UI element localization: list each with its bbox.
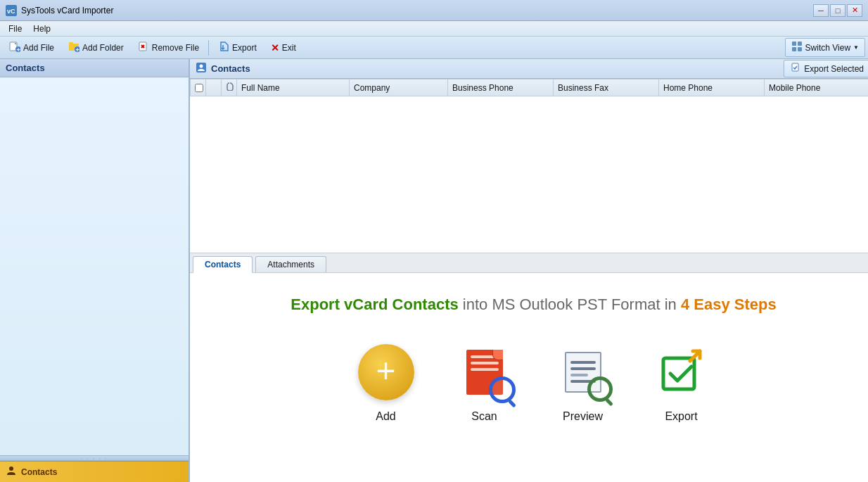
remove-file-label: Remove File: [152, 43, 199, 53]
left-panel-content: [0, 77, 189, 455]
scan-line-1: [471, 355, 499, 358]
switch-view-icon: [791, 41, 803, 54]
col-header-attach: [222, 80, 237, 96]
right-panel-title: Contacts: [196, 62, 250, 75]
add-folder-label: Add Folder: [82, 43, 124, 53]
switch-view-dropdown-icon: ▼: [853, 44, 859, 51]
select-all-checkbox[interactable]: [195, 84, 203, 92]
title-bar-left: vC SysTools vCard Importer: [6, 5, 113, 16]
menu-file[interactable]: File: [3, 23, 27, 35]
col-header-bizphone: Business Phone: [448, 80, 554, 96]
toolbar: + Add File + Add Folder: [0, 37, 868, 59]
title-bar-title: SysTools vCard Importer: [21, 6, 113, 15]
step-add: Add: [358, 344, 414, 423]
close-button[interactable]: ✕: [847, 4, 862, 17]
step-preview-label: Preview: [563, 410, 603, 423]
remove-file-icon: [138, 41, 149, 54]
svg-marker-13: [221, 42, 228, 51]
right-panel-header: Contacts Export Selected: [190, 59, 868, 79]
col-header-icon: [206, 80, 222, 96]
tab-attachments[interactable]: Attachments: [255, 256, 326, 272]
menu-help[interactable]: Help: [27, 23, 56, 35]
step-add-label: Add: [376, 410, 395, 423]
left-footer-icon: [6, 465, 17, 478]
col-header-bizfax: Business Fax: [554, 80, 659, 96]
scan-line-3: [471, 368, 499, 371]
switch-view-button[interactable]: Switch View ▼: [785, 38, 865, 57]
left-panel-resize-handle[interactable]: [0, 455, 189, 461]
add-folder-button[interactable]: + Add Folder: [62, 38, 130, 57]
step-export: Export: [653, 344, 710, 423]
table-header-row: ▼ Full Name Company Business Phone Bus: [191, 80, 869, 96]
toolbar-left: + Add File + Add Folder: [3, 38, 302, 57]
remove-file-button[interactable]: Remove File: [132, 38, 205, 57]
export-toolbar-icon: [218, 41, 229, 54]
col-header-company: Company: [350, 80, 448, 96]
left-panel-header: Contacts: [0, 59, 189, 77]
exit-icon: ✕: [271, 42, 279, 53]
welcome-text-steps: 4 Easy Steps: [681, 296, 777, 313]
welcome-panel: Export vCard Contacts into MS Outlook PS…: [190, 273, 868, 482]
svg-rect-22: [792, 63, 798, 71]
preview-line-1: [570, 361, 596, 364]
col-header-mobilephone: Mobile Phone: [765, 80, 869, 96]
svg-rect-7: [69, 42, 73, 45]
title-bar: vC SysTools vCard Importer ─ □ ✕: [0, 0, 868, 21]
svg-text:vC: vC: [7, 8, 15, 15]
main-content: Contacts Contacts: [0, 59, 868, 482]
step-scan-label: Scan: [471, 410, 497, 423]
col-header-check: ▼: [191, 80, 206, 96]
contacts-header-icon: [196, 62, 207, 75]
export-selected-button[interactable]: Export Selected: [784, 60, 868, 77]
svg-text:+: +: [17, 46, 20, 53]
exit-label: Exit: [282, 43, 296, 53]
export-button[interactable]: Export: [212, 38, 263, 57]
step-export-icon: [653, 344, 710, 400]
preview-line-2: [570, 367, 596, 370]
step-preview-icon: [555, 344, 611, 400]
bottom-tabs-bar: Contacts Attachments: [190, 253, 868, 273]
welcome-text: Export vCard Contacts into MS Outlook PS…: [291, 294, 776, 316]
left-panel-footer: Contacts: [0, 461, 189, 482]
maximize-button[interactable]: □: [830, 4, 845, 17]
svg-point-19: [9, 467, 13, 471]
contacts-table-area: ▼ Full Name Company Business Phone Bus: [190, 79, 868, 253]
scan-line-2: [471, 362, 499, 364]
add-file-button[interactable]: + Add File: [3, 38, 60, 57]
scan-magnifier-icon: [489, 376, 516, 403]
switch-view-label: Switch View: [805, 43, 850, 53]
add-folder-icon: +: [68, 41, 79, 54]
col-header-fullname: Full Name: [237, 80, 350, 96]
left-panel: Contacts Contacts: [0, 59, 190, 482]
svg-rect-15: [792, 42, 796, 46]
svg-text:+: +: [76, 46, 79, 53]
app-icon: vC: [6, 5, 17, 16]
step-scan: Scan: [457, 344, 513, 423]
menu-bar: File Help: [0, 21, 868, 37]
minimize-button[interactable]: ─: [813, 4, 829, 17]
contacts-table: ▼ Full Name Company Business Phone Bus: [190, 79, 868, 96]
col-header-homephone: Home Phone: [659, 80, 765, 96]
toolbar-separator: [208, 40, 209, 56]
step-scan-icon: [457, 344, 513, 400]
step-add-icon: [358, 344, 414, 400]
export-selected-label: Export Selected: [804, 64, 864, 74]
preview-line-3: [570, 374, 588, 376]
exit-button[interactable]: ✕ Exit: [264, 39, 302, 56]
svg-rect-16: [798, 42, 802, 46]
tab-contacts[interactable]: Contacts: [193, 256, 253, 273]
right-panel: Contacts Export Selected: [190, 59, 868, 482]
welcome-text-into: into MS Outlook PST Format in: [459, 296, 681, 313]
export-label: Export: [232, 43, 257, 53]
add-circle-icon: [358, 344, 414, 400]
svg-point-21: [200, 65, 203, 68]
left-panel-title: Contacts: [6, 63, 45, 73]
svg-rect-17: [792, 47, 796, 51]
welcome-text-export: Export: [291, 296, 344, 313]
preview-magnifier-icon: [587, 376, 613, 402]
step-export-label: Export: [665, 410, 697, 423]
welcome-text-vcard: vCard Contacts: [344, 296, 459, 313]
title-bar-controls: ─ □ ✕: [813, 4, 862, 17]
step-preview: Preview: [555, 344, 611, 423]
left-footer-label: Contacts: [21, 467, 57, 477]
